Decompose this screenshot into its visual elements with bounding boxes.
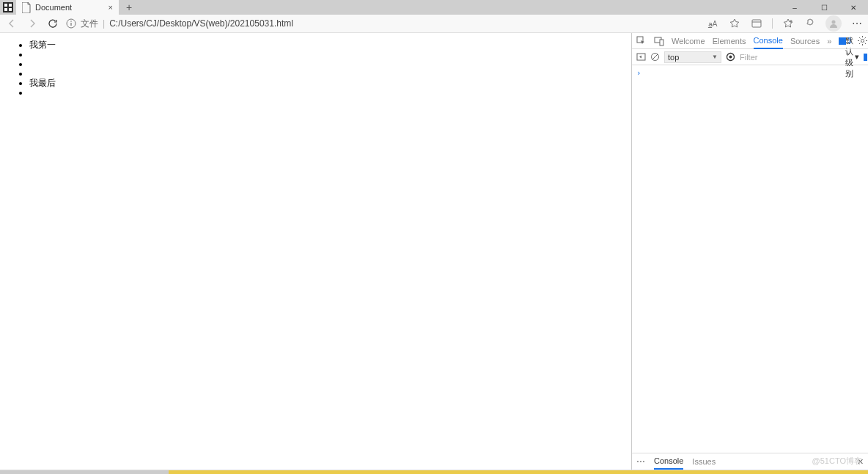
profile-avatar[interactable] [825,15,842,32]
sidebar-toggle-icon[interactable] [636,52,646,62]
back-button[interactable] [4,16,19,31]
tab-console[interactable]: Console [754,33,783,49]
svg-rect-14 [660,40,663,45]
info-icon [66,18,76,29]
svg-rect-3 [9,8,12,11]
filter-input[interactable] [740,53,841,62]
devtools-panel: Welcome Elements Console Sources » 1 ⋯ ✕ [631,33,868,470]
window-close-button[interactable]: ✕ [839,0,868,15]
issues-badge[interactable]: 1 [839,37,852,45]
window-maximize-button[interactable]: ☐ [809,0,839,15]
url-separator: | [103,18,105,29]
console-body[interactable]: › [632,65,868,453]
clear-console-icon[interactable] [650,52,660,62]
list-item [29,50,631,59]
svg-point-11 [832,21,836,24]
console-toolbar: top▼ 默认级别▾ 1 个问 [632,49,868,65]
file-icon [22,2,31,13]
list-item [29,69,631,79]
svg-rect-1 [9,4,12,7]
drawer-menu-icon[interactable]: ⋯ [636,456,645,467]
list-item: 我最后 [29,79,631,88]
window-minimize-button[interactable]: – [780,0,809,15]
favorites-bar-icon[interactable] [781,17,795,30]
new-tab-button[interactable]: + [119,0,139,15]
watermark: @51CTO博客 [812,456,862,467]
extensions-icon[interactable] [803,17,817,30]
device-toggle-icon[interactable] [654,36,664,46]
svg-point-5 [70,21,72,22]
tab-welcome[interactable]: Welcome [672,34,705,48]
reading-mode-icon[interactable]: a̲A [706,17,719,30]
list-item: 我第一 [29,40,631,50]
list-item [29,88,631,98]
taskbar-strip [0,470,868,474]
svg-line-20 [652,54,658,59]
console-prompt: › [636,68,641,78]
drawer-tab-console[interactable]: Console [654,453,683,470]
app-icon [3,2,13,12]
svg-rect-2 [4,8,7,11]
list-item [29,59,631,69]
list: 我第一 我最后 [7,40,631,98]
svg-rect-6 [70,23,71,26]
svg-point-15 [861,40,864,43]
forward-button[interactable] [25,16,40,31]
close-tab-icon[interactable]: × [108,3,113,12]
devtools-tabbar: Welcome Elements Console Sources » 1 ⋯ ✕ [632,33,868,49]
url-area[interactable]: 文件 | C:/Users/CJ/Desktop/VS(web)/2021050… [66,18,293,30]
context-selector[interactable]: top▼ [664,51,721,63]
tab-elements[interactable]: Elements [713,34,746,48]
reload-button[interactable] [45,16,60,31]
tab-more[interactable]: » [827,34,831,48]
page-content: 我第一 我最后 [0,33,631,470]
browser-tab[interactable]: Document × [16,0,119,15]
browser-menu-icon[interactable]: ⋯ [850,17,864,30]
inspect-icon[interactable] [636,36,647,46]
toolbar-divider [772,18,773,29]
svg-point-22 [729,56,732,59]
drawer-tab-issues[interactable]: Issues [692,454,716,469]
gear-icon[interactable] [858,36,868,46]
svg-rect-7 [752,20,761,27]
collections-icon[interactable] [750,17,763,30]
tab-title: Document [35,3,72,12]
tab-sources[interactable]: Sources [790,34,820,48]
tab-strip: Document × + – ☐ ✕ [0,0,868,15]
svg-rect-0 [4,4,7,7]
live-expression-icon[interactable] [726,52,735,62]
favorite-icon[interactable] [728,17,741,30]
address-bar: 文件 | C:/Users/CJ/Desktop/VS(web)/2021050… [0,15,868,33]
file-label: 文件 [81,18,98,30]
url-text: C:/Users/CJ/Desktop/VS(web)/202105031.ht… [109,18,293,29]
